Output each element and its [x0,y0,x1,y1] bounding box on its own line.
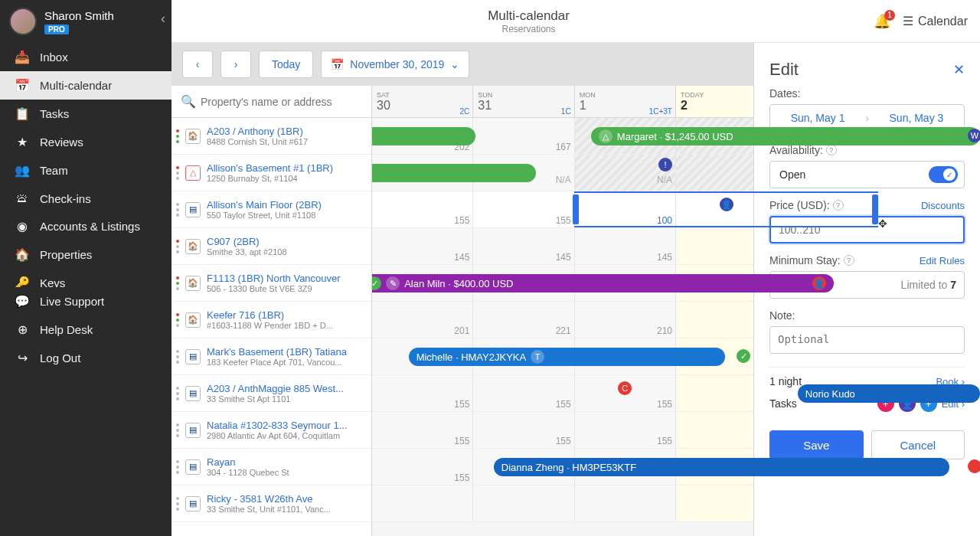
availability-toggle[interactable]: ✓ [929,166,958,183]
calendar-cell[interactable]: 155C [575,375,676,411]
sidebar-item-check-ins[interactable]: 🛎Check-ins [0,185,172,212]
calendar-cell[interactable]: 155 [473,191,574,227]
today-button[interactable]: Today [259,51,313,78]
calendar-view-button[interactable]: ☰ Calendar [903,14,968,28]
day-header[interactable]: MON11C+3T [575,86,676,117]
reservation-event[interactable]: ✓ [372,164,536,182]
save-button[interactable]: Save [769,430,864,459]
source-icon: △ [185,165,201,181]
close-panel-button[interactable]: ✕ [953,61,965,78]
day-header[interactable]: SAT302C [372,86,473,117]
drag-grip-icon[interactable]: ✥ [878,217,887,230]
reservation-event[interactable]: ✓ [372,127,475,145]
property-title: Natalia #1302-833 Seymour 1... [207,420,365,431]
reservation-event[interactable]: △ Margaret · $1,245.00 USD [591,127,980,145]
day-header[interactable]: SUN311C [473,86,574,117]
sidebar-item-accounts-listings[interactable]: ◉Accounts & Listings [0,212,172,240]
nav-icon: 📥 [14,50,31,64]
reservation-event[interactable]: Michelle · HMAY2JKYKA T [409,348,725,366]
property-title: Keefer 716 (1BR) [207,309,365,321]
sidebar-item-keys[interactable]: 🔑Keys [0,269,172,287]
collapse-sidebar-button[interactable]: ‹ [161,11,165,27]
calendar-cell[interactable]: 155 [473,375,574,411]
prev-button[interactable]: ‹ [182,51,213,78]
property-row[interactable]: ▤Ricky - 3581 W26th Ave33 Smithe St, Uni… [172,485,371,522]
property-row[interactable]: ▤Natalia #1302-833 Seymour 1...2980 Atla… [172,412,371,449]
reservation-event[interactable]: Norio Kudo [798,384,980,403]
property-row[interactable]: △Allison's Basement #1 (1BR)1250 Burnaby… [172,155,371,191]
calendar-cell[interactable]: 145 [372,228,473,264]
sidebar-item-live-support[interactable]: 💬Live Support [0,287,172,315]
sidebar-item-inbox[interactable]: 📥Inbox [0,43,172,71]
price: 155 [454,215,469,226]
price: 155 [657,436,672,446]
calendar-cell[interactable]: 155 [372,191,473,227]
sidebar-item-log-out[interactable]: ↪Log Out [0,344,172,372]
property-row[interactable]: 🏠F1113 (1BR) North Vancouver506 - 1330 B… [172,265,371,302]
calendar-cell[interactable]: 155 [372,375,473,411]
help-icon[interactable]: ? [826,145,837,155]
sidebar-item-tasks[interactable]: 📋Tasks [0,100,172,128]
price: 145 [454,252,469,263]
sidebar-item-help-desk[interactable]: ⊕Help Desk [0,315,172,344]
reservation-event[interactable]: ✓✎ Alan Miln · $400.00 USD 👤 [372,274,834,293]
nav-icon: 📅 [14,78,31,93]
property-row[interactable]: ▤Rayan304 - 1128 Quebec St [172,449,371,485]
user-name: Sharon Smith [44,9,114,22]
calendar-cell[interactable]: 201 [372,302,473,338]
source-icon: 🏠 [185,239,201,254]
selection-handle-left[interactable] [573,194,579,224]
calendar-cell[interactable]: 221 [473,302,574,338]
property-row[interactable]: 🏠A203 / Anthony (1BR)8488 Cornish St, Un… [172,118,371,155]
calendar-cell[interactable] [473,485,574,521]
calendar-cell[interactable]: 145 [575,228,676,264]
cancel-button[interactable]: Cancel [871,430,965,459]
nav-icon: 📋 [14,106,31,121]
calendar-cell[interactable]: 210 [575,302,676,338]
calendar-cell[interactable]: 155 [372,412,473,448]
sidebar-item-multi-calendar[interactable]: 📅Multi-calendar [0,71,172,100]
edit-rules-link[interactable]: Edit Rules [920,255,965,266]
panel-title: Edit [769,60,799,80]
note-input[interactable] [769,326,965,354]
price: 155 [657,399,672,410]
price: 155 [556,399,571,410]
price: 155 [556,436,571,446]
property-row[interactable]: 🏠Keefer 716 (1BR)#1603-1188 W Pender 1BD… [172,302,371,338]
tasks-label: Tasks [769,397,797,410]
sidebar-item-team[interactable]: 👥Team [0,156,172,185]
calendar-cell[interactable]: 155 [575,412,676,448]
property-row[interactable]: ▤Mark's Basement (1BR) Tatiana183 Keefer… [172,338,371,375]
calendar-cell[interactable]: N/A! [575,155,676,191]
price: 210 [657,325,672,336]
sidebar-item-properties[interactable]: 🏠Properties [0,240,172,269]
help-icon[interactable]: ? [844,255,854,266]
availability-value: Open [779,168,805,181]
calendar-icon: 📅 [331,58,344,70]
calendar-cell[interactable]: 155 [372,449,473,485]
source-icon: ▤ [185,423,201,438]
calendar-cell[interactable] [575,485,676,521]
date-picker[interactable]: 📅 November 30, 2019 ⌄ [321,51,469,78]
property-address: 183 Keefer Place Apt 701, Vancou... [207,358,365,367]
source-icon: 🏠 [185,312,201,328]
property-row[interactable]: ▤Allison's Main Floor (2BR)550 Taylor St… [172,191,371,228]
property-row[interactable]: 🏠C907 (2BR)Smithe 33, apt #2108 [172,228,371,265]
property-search-input[interactable] [201,96,362,108]
calendar-cell[interactable]: 145 [473,228,574,264]
notifications-button[interactable]: 🔔1 [874,13,890,30]
price: 221 [556,325,571,336]
calendar-cell[interactable]: 155 [473,412,574,448]
nav-icon: 👥 [14,163,31,178]
calendar-cell[interactable] [372,485,473,521]
property-row[interactable]: ▤A203 / AnthMaggie 885 West...33 Smithe … [172,375,371,412]
sidebar-item-reviews[interactable]: ★Reviews [0,128,172,156]
selection-handle-right[interactable] [872,194,878,224]
source-icon: ▤ [185,202,201,217]
reservation-event[interactable]: Dianna Zheng · HM3PE53KTF [494,458,950,476]
property-address: 304 - 1128 Quebec St [207,468,365,477]
price: 155 [556,215,571,226]
discounts-link[interactable]: Discounts [921,200,965,211]
calendar-cell[interactable]: 167 [473,118,574,154]
next-button[interactable]: › [220,51,251,78]
